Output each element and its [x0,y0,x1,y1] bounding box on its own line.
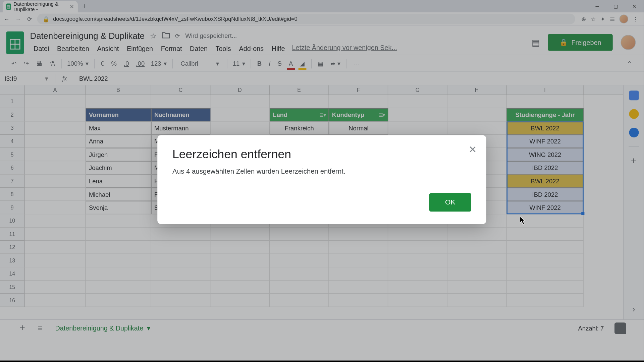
mouse-cursor-icon [520,217,526,225]
dialog-close-icon[interactable]: ✕ [469,144,477,156]
ok-button[interactable]: OK [429,193,471,212]
trim-whitespace-dialog: ✕ Leerzeichen entfernen Aus 4 ausgewählt… [157,135,486,224]
dialog-message: Aus 4 ausgewählten Zellen wurden Leerzei… [172,168,471,176]
dialog-title: Leerzeichen entfernen [172,147,471,161]
